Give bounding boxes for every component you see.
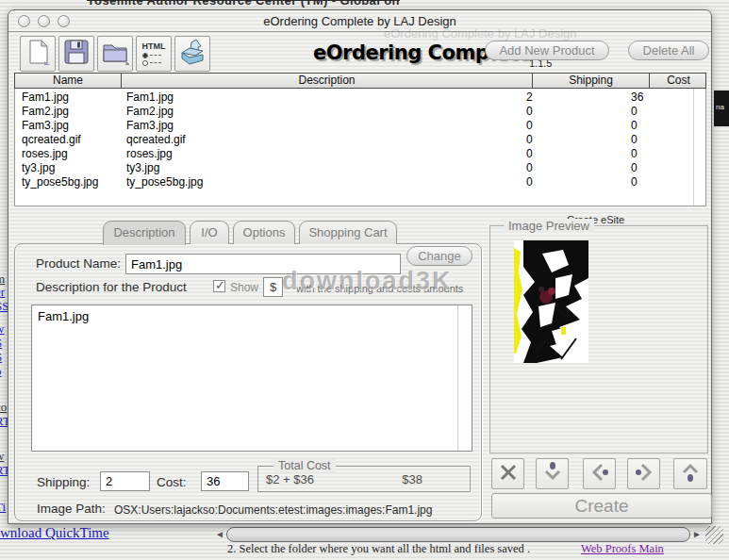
arrow-left-icon xyxy=(588,461,611,487)
window-resize-grip[interactable] xyxy=(705,526,723,544)
row-cost: 0 xyxy=(631,119,705,133)
row-cost: 36 xyxy=(631,91,705,105)
export-button[interactable] xyxy=(174,36,210,72)
export-tray-icon xyxy=(178,38,207,70)
description-for-product-label: Description for the Product xyxy=(36,280,187,294)
horizontal-scrollbar[interactable] xyxy=(226,527,690,542)
scrollbar-left-arrow-icon[interactable]: ◄ xyxy=(215,529,224,539)
row-name: Fam1.jpg xyxy=(15,91,122,105)
image-path-label: Image Path: xyxy=(37,502,106,516)
move-up-button[interactable] xyxy=(673,458,707,489)
tab-description[interactable]: Description xyxy=(103,221,186,245)
background-link-fragment[interactable]: w xyxy=(0,449,4,464)
add-new-product-button[interactable]: Add New Product xyxy=(485,41,609,60)
row-name: Fam2.jpg xyxy=(15,105,122,119)
title-bar[interactable]: eOrdering Complete by LAJ Design xyxy=(8,10,711,32)
row-name: roses.jpg xyxy=(15,147,122,161)
total-cost-group: Total Cost $2 + $36 $38 xyxy=(257,466,471,492)
currency-symbol-input[interactable]: $ xyxy=(263,277,283,297)
image-preview-legend: Image Preview xyxy=(504,219,594,233)
background-link-fragment[interactable]: S xyxy=(0,336,2,351)
tab-options[interactable]: Options xyxy=(233,221,295,244)
move-left-button[interactable] xyxy=(583,458,616,489)
total-cost-expression: $2 + $36 xyxy=(266,472,314,486)
total-cost-legend: Total Cost xyxy=(273,459,336,472)
scrollbar-right-arrow-icon[interactable]: ► xyxy=(692,529,702,539)
table-row[interactable]: ty_pose5bg.jpg ty_pose5bg.jpg 0 0 xyxy=(15,175,705,189)
save-button[interactable] xyxy=(58,36,94,72)
move-down-button[interactable] xyxy=(536,458,569,489)
row-cost: 0 xyxy=(631,147,705,161)
move-right-button[interactable] xyxy=(627,458,660,489)
table-row[interactable]: ty3.jpg ty3.jpg 0 0 xyxy=(15,161,705,175)
table-row[interactable]: Fam1.jpg Fam1.jpg 2 36 xyxy=(15,91,705,105)
background-link-fragment[interactable]: w xyxy=(0,321,4,337)
row-shipping: 0 xyxy=(526,175,631,189)
column-header-name[interactable]: Name xyxy=(15,74,122,88)
row-name: Fam3.jpg xyxy=(15,119,122,133)
arrow-down-icon xyxy=(541,461,564,487)
html-icon: HTML xyxy=(142,42,166,66)
remove-product-button[interactable] xyxy=(491,458,524,489)
row-description: ty_pose5bg.jpg xyxy=(122,175,526,189)
show-checkbox[interactable] xyxy=(213,280,225,292)
table-row[interactable]: roses.jpg roses.jpg 0 0 xyxy=(15,147,705,161)
new-document-icon xyxy=(24,38,52,70)
table-header: Name Description Shipping Cost xyxy=(14,73,706,89)
web-proofs-main-link[interactable]: Web Proofs Main xyxy=(581,542,664,556)
product-name-input[interactable] xyxy=(125,254,401,274)
table-body: Fam1.jpg Fam1.jpg 2 36 Fam2.jpg Fam2.jpg… xyxy=(14,89,706,206)
change-button[interactable]: Change xyxy=(406,246,472,266)
right-edge-banner-fragment: na xyxy=(714,91,729,126)
arrow-right-icon xyxy=(633,461,655,487)
page-instruction-text: 2. Select the folder where you want all … xyxy=(227,542,530,556)
row-name: ty3.jpg xyxy=(15,161,122,175)
row-name: ty_pose5bg.jpg xyxy=(15,175,122,189)
browser-page-title: Yosemite Author Resource Center (TM) - G… xyxy=(87,0,400,8)
column-header-description[interactable]: Description xyxy=(122,74,533,88)
row-description: Fam3.jpg xyxy=(122,119,526,133)
download-quicktime-link[interactable]: wnload QuickTime xyxy=(0,525,109,541)
shipping-input[interactable] xyxy=(100,471,150,491)
html-options-button[interactable]: HTML xyxy=(136,36,172,72)
row-shipping: 2 xyxy=(526,91,631,105)
row-cost: 0 xyxy=(631,161,705,175)
row-shipping: 0 xyxy=(526,147,631,161)
row-description: roses.jpg xyxy=(122,147,526,161)
row-description: Fam1.jpg xyxy=(122,91,526,105)
table-row[interactable]: Fam2.jpg Fam2.jpg 0 0 xyxy=(15,105,705,119)
background-link-fragment[interactable]: co xyxy=(0,400,7,415)
column-header-shipping[interactable]: Shipping xyxy=(533,74,650,88)
shipping-label: Shipping: xyxy=(37,475,90,489)
description-textarea[interactable]: Fam1.jpg xyxy=(31,305,472,452)
currency-hint-text: with the shipping and costs amounts xyxy=(296,283,463,294)
image-path-value: OSX:Users:lajackso:Documents:etest:image… xyxy=(114,503,432,517)
cost-label: Cost: xyxy=(157,475,187,489)
arrow-up-icon xyxy=(679,461,702,487)
tab-io[interactable]: I/O xyxy=(190,221,229,244)
row-shipping: 0 xyxy=(526,119,631,133)
open-folder-button[interactable] xyxy=(97,36,133,72)
app-window: eOrdering Complete by LAJ Design eOrderi… xyxy=(8,9,712,524)
create-button[interactable]: Create xyxy=(491,493,712,519)
column-header-cost[interactable]: Cost xyxy=(650,74,707,88)
tab-shopping-cart[interactable]: Shopping Cart xyxy=(299,221,397,244)
product-name-label: Product Name: xyxy=(36,256,121,271)
row-cost: 0 xyxy=(631,175,705,189)
row-description: qcreated.gif xyxy=(122,133,526,147)
delete-all-button[interactable]: Delete All xyxy=(628,41,709,60)
table-row[interactable]: Fam3.jpg Fam3.jpg 0 0 xyxy=(15,119,705,133)
product-table: Name Description Shipping Cost Fam1.jpg … xyxy=(14,73,706,206)
window-title: eOrdering Complete by LAJ Design xyxy=(8,14,711,28)
background-link-fragment[interactable]: er xyxy=(0,285,5,300)
cost-input[interactable] xyxy=(201,471,249,491)
row-shipping: 0 xyxy=(526,105,631,119)
image-preview-group: Image Preview xyxy=(489,225,708,453)
x-icon xyxy=(497,461,520,487)
row-name: qcreated.gif xyxy=(15,133,122,147)
new-document-button[interactable] xyxy=(20,36,56,72)
background-link-fragment[interactable]: S xyxy=(0,350,2,365)
table-row[interactable]: qcreated.gif qcreated.gif 0 0 xyxy=(15,133,705,147)
background-link-fragment[interactable]: o xyxy=(0,364,2,379)
background-link-fragment[interactable]: Ti xyxy=(0,500,6,515)
